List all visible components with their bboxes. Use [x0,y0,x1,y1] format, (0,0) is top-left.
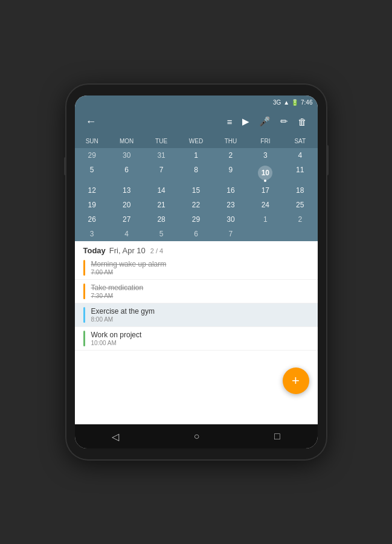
calendar-day[interactable]: 7 [213,227,248,241]
calendar-day[interactable]: 16 [213,183,248,198]
events-list: Morning wake up alarm7:00 AMTake medicat… [75,256,318,351]
screen: 3G ▲ 🔋 7:46 ← ≡ ▶ 🎤 ✏ 🗑 SUNMONTUEWEDTHUF… [75,96,318,448]
calendar-day[interactable]: 4 [283,148,317,163]
event-content: Morning wake up alarm7:00 AM [91,260,309,276]
weekday-label: WED [179,137,213,146]
events-area: Today Fri, Apr 10 2 / 4 Morning wake up … [75,241,318,424]
delete-icon[interactable]: 🗑 [293,113,312,131]
calendar-weekday-header: SUNMONTUEWEDTHUFRISAT [75,134,318,148]
calendar-day[interactable]: 25 [283,198,317,212]
event-item[interactable]: Exercise at the gym8:00 AM [75,303,318,327]
nav-back-button[interactable]: ◁ [102,426,129,447]
side-button-left [64,157,66,175]
calendar-day[interactable]: 2 [213,148,248,163]
event-time: 7:30 AM [91,293,309,299]
calendar-day[interactable]: 10 [248,163,283,183]
event-item[interactable]: Take medication7:30 AM [75,280,318,303]
events-count-label: 2 / 4 [150,247,163,254]
weekday-label: FRI [248,137,283,146]
event-color-bar [83,307,85,323]
calendar-day[interactable] [248,227,283,241]
calendar-day[interactable]: 12 [75,183,109,198]
event-color-bar [83,283,85,299]
calendar-day[interactable]: 1 [248,212,283,227]
calendar-grid[interactable]: 2930311234567891011121314151617181920212… [75,148,318,241]
calendar-day[interactable]: 30 [213,212,248,227]
calendar-day[interactable]: 22 [179,198,213,212]
event-item[interactable]: Work on project10:00 AM [75,327,318,351]
status-icons: ▲ 🔋 [283,99,298,106]
calendar-day[interactable]: 1 [179,148,213,163]
event-title: Exercise at the gym [91,307,309,316]
event-color-bar [83,331,85,346]
weekday-label: THU [213,137,248,146]
event-color-bar [83,260,85,276]
calendar-day[interactable]: 14 [144,183,178,198]
calendar-day[interactable]: 3 [248,148,283,163]
time-display: 7:46 [301,99,312,106]
calendar-day[interactable]: 7 [144,163,178,183]
calendar-day[interactable]: 6 [179,227,213,241]
calendar-day[interactable]: 28 [144,212,178,227]
nav-home-button[interactable]: ○ [184,426,210,447]
add-event-fab[interactable]: + [283,368,309,394]
event-title: Take medication [91,283,309,292]
side-button-right [326,145,329,175]
calendar-day[interactable]: 9 [213,163,248,183]
device: 3G ▲ 🔋 7:46 ← ≡ ▶ 🎤 ✏ 🗑 SUNMONTUEWEDTHUF… [66,85,326,459]
event-content: Work on project10:00 AM [91,331,309,346]
signal-text: 3G [273,99,281,106]
calendar-day[interactable]: 13 [109,183,144,198]
calendar-day[interactable]: 4 [109,227,144,241]
nav-bar: ◁ ○ □ [75,424,318,448]
calendar-day[interactable]: 24 [248,198,283,212]
event-content: Exercise at the gym8:00 AM [91,307,309,323]
calendar-day[interactable]: 15 [179,183,213,198]
calendar-day[interactable]: 31 [144,148,178,163]
event-title: Work on project [91,331,309,339]
nav-recent-button[interactable]: □ [265,426,290,447]
calendar-day[interactable]: 11 [283,163,317,183]
menu-icon[interactable]: ≡ [222,113,237,131]
calendar-day[interactable]: 3 [75,227,109,241]
toolbar: ← ≡ ▶ 🎤 ✏ 🗑 [75,109,318,134]
calendar-day[interactable]: 27 [109,212,144,227]
events-header: Today Fri, Apr 10 2 / 4 [75,241,318,256]
event-content: Take medication7:30 AM [91,283,309,299]
calendar-day[interactable]: 21 [144,198,178,212]
events-today-label: Today [83,246,106,255]
weekday-label: SUN [75,137,109,146]
event-time: 10:00 AM [91,340,309,346]
event-item[interactable]: Morning wake up alarm7:00 AM [75,256,318,280]
event-title: Morning wake up alarm [91,260,309,268]
calendar-day[interactable]: 8 [179,163,213,183]
calendar-day[interactable]: 6 [109,163,144,183]
calendar-day[interactable]: 20 [109,198,144,212]
calendar-day[interactable]: 23 [213,198,248,212]
event-time: 7:00 AM [91,269,309,276]
calendar-day[interactable]: 17 [248,183,283,198]
calendar-day[interactable]: 19 [75,198,109,212]
events-date-label: Fri, Apr 10 [109,246,146,255]
play-icon[interactable]: ▶ [237,112,254,131]
calendar-day[interactable]: 18 [283,183,317,198]
calendar-day[interactable]: 30 [109,148,144,163]
event-time: 8:00 AM [91,316,309,323]
back-button[interactable]: ← [81,112,101,132]
weekday-label: SAT [283,137,317,146]
calendar-day[interactable]: 26 [75,212,109,227]
calendar-day[interactable]: 5 [144,227,178,241]
calendar-day[interactable]: 29 [179,212,213,227]
calendar-day[interactable] [283,227,317,241]
weekday-label: TUE [144,137,178,146]
calendar-day[interactable]: 5 [75,163,109,183]
status-bar: 3G ▲ 🔋 7:46 [75,96,318,109]
calendar-day[interactable]: 2 [283,212,317,227]
calendar-day[interactable]: 29 [75,148,109,163]
edit-icon[interactable]: ✏ [275,112,293,131]
mic-icon[interactable]: 🎤 [254,112,275,131]
weekday-label: MON [109,137,144,146]
